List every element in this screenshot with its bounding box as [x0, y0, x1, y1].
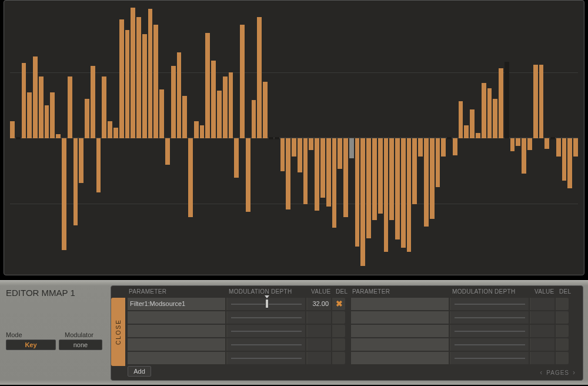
chart-bar[interactable]	[378, 138, 383, 214]
mod-depth-cell[interactable]	[228, 325, 306, 337]
chart-bar[interactable]	[292, 138, 296, 157]
chart-bar[interactable]	[407, 138, 412, 252]
chart-bar[interactable]	[510, 138, 515, 151]
chart-bar[interactable]	[505, 62, 509, 138]
chart-bar[interactable]	[188, 138, 193, 217]
chart-bar[interactable]	[447, 137, 452, 139]
parameter-cell[interactable]	[351, 325, 450, 337]
chart-bar[interactable]	[303, 138, 308, 204]
chart-bar[interactable]	[550, 137, 555, 139]
chart-bar[interactable]	[27, 92, 32, 138]
chart-plot-area[interactable]	[10, 6, 578, 269]
value-cell[interactable]	[531, 338, 556, 351]
mod-depth-cell[interactable]	[451, 338, 530, 351]
chart-bar[interactable]	[125, 30, 130, 138]
delete-button[interactable]	[333, 352, 345, 364]
delete-button[interactable]: ✖	[333, 298, 345, 310]
parameter-cell[interactable]	[128, 311, 226, 324]
chart-bar[interactable]	[470, 109, 475, 138]
parameter-cell[interactable]: Filter1:Modsource1	[128, 298, 226, 310]
chart-bar[interactable]	[177, 52, 182, 138]
chart-bar[interactable]	[326, 138, 331, 207]
parameter-cell[interactable]	[128, 338, 226, 351]
depth-slider-thumb[interactable]	[265, 299, 269, 308]
delete-button[interactable]	[557, 338, 569, 351]
delete-button[interactable]	[333, 311, 345, 324]
value-cell[interactable]	[308, 352, 332, 364]
chart-bar[interactable]	[459, 101, 463, 138]
chart-bar[interactable]	[257, 17, 262, 138]
chart-bar[interactable]	[33, 56, 38, 138]
mod-depth-cell[interactable]	[228, 352, 306, 364]
delete-button[interactable]	[557, 325, 569, 337]
value-cell[interactable]	[308, 338, 332, 351]
chart-bar[interactable]	[194, 121, 199, 138]
value-cell[interactable]	[531, 311, 556, 324]
chart-bar[interactable]	[372, 138, 377, 220]
chart-bar[interactable]	[50, 92, 55, 138]
delete-button[interactable]	[333, 338, 345, 351]
chart-bar[interactable]	[153, 25, 158, 138]
chart-bar[interactable]	[453, 138, 457, 155]
parameter-cell[interactable]	[351, 311, 450, 324]
chart-bar[interactable]	[349, 138, 354, 158]
chart-bar[interactable]	[56, 134, 61, 138]
chart-bar[interactable]	[62, 138, 66, 250]
chart-bar[interactable]	[96, 138, 101, 192]
chart-bar[interactable]	[182, 96, 187, 138]
chart-bar[interactable]	[252, 100, 256, 138]
chart-bar[interactable]	[45, 105, 49, 138]
chart-bar[interactable]	[275, 137, 279, 139]
chart-bar[interactable]	[131, 8, 135, 138]
mod-depth-cell[interactable]	[228, 298, 306, 310]
chart-bar[interactable]	[74, 138, 78, 225]
chart-bar[interactable]	[320, 138, 325, 198]
chart-bar[interactable]	[85, 99, 89, 138]
chart-bar[interactable]	[148, 9, 153, 138]
chart-bar[interactable]	[10, 121, 15, 138]
chart-bar[interactable]	[246, 138, 250, 212]
chart-bar[interactable]	[556, 138, 561, 157]
chart-bar[interactable]	[91, 66, 95, 138]
chart-bar[interactable]	[136, 17, 141, 138]
mod-depth-cell[interactable]	[451, 298, 530, 310]
chart-bar[interactable]	[171, 66, 176, 138]
value-cell[interactable]: 32.00	[308, 298, 332, 310]
chart-bar[interactable]	[102, 76, 106, 138]
chart-bar[interactable]	[269, 137, 273, 139]
close-tab[interactable]: CLOSE	[111, 298, 125, 366]
chart-bar[interactable]	[338, 138, 342, 169]
chart-bar[interactable]	[240, 25, 245, 138]
pages-prev-icon[interactable]: ‹	[540, 368, 543, 377]
mod-depth-cell[interactable]	[451, 325, 530, 337]
chart-bar[interactable]	[286, 138, 290, 209]
add-button[interactable]: Add	[128, 366, 151, 377]
value-cell[interactable]	[531, 325, 556, 337]
value-cell[interactable]	[308, 325, 332, 337]
parameter-cell[interactable]	[128, 352, 226, 364]
chart-bar[interactable]	[263, 82, 268, 138]
chart-bar[interactable]	[280, 138, 285, 171]
chart-bar[interactable]	[205, 33, 210, 138]
mod-depth-cell[interactable]	[228, 311, 306, 324]
chart-bar[interactable]	[389, 138, 394, 220]
chart-bar[interactable]	[418, 138, 423, 157]
chart-bar[interactable]	[562, 138, 567, 181]
parameter-cell[interactable]	[351, 298, 450, 310]
chart-bar[interactable]	[395, 138, 400, 239]
chart-bar[interactable]	[165, 138, 170, 165]
value-cell[interactable]	[531, 298, 556, 310]
chart-bar[interactable]	[315, 138, 319, 211]
chart-bar[interactable]	[79, 138, 83, 183]
chart-bar[interactable]	[533, 65, 538, 138]
chart-bar[interactable]	[142, 34, 147, 138]
delete-button[interactable]	[557, 311, 569, 324]
chart-bar[interactable]	[200, 125, 205, 138]
chart-bar[interactable]	[482, 83, 486, 138]
chart-bar[interactable]	[464, 125, 469, 138]
chart-bar[interactable]	[16, 137, 21, 139]
chart-bar[interactable]	[309, 138, 313, 150]
chart-bar[interactable]	[384, 138, 389, 252]
chart-bar[interactable]	[298, 138, 302, 172]
delete-button[interactable]	[333, 325, 345, 337]
